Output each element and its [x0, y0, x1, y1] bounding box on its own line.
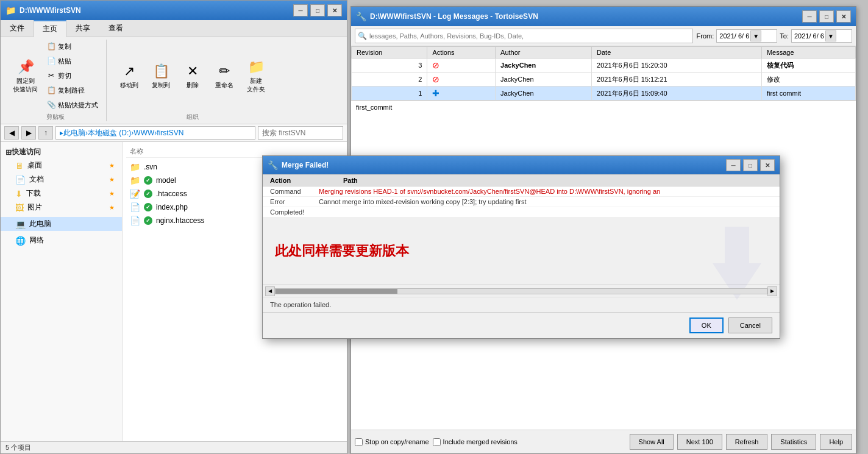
merge-failed-dialog: 🔧 Merge Failed! ─ □ ✕ Action Path Comman… — [262, 155, 780, 339]
log-title-text: D:\WWW\firstSVN - Log Messages - Tortois… — [370, 12, 538, 21]
explorer-close-button[interactable]: ✕ — [327, 4, 342, 16]
from-to-controls: From: 2021/ 6/ 6 ▼ To: 2021/ 6/ 6 ▼ — [697, 29, 852, 43]
status-text: The operation failed. — [270, 301, 331, 308]
dialog-close-button[interactable]: ✕ — [760, 159, 775, 171]
forward-button[interactable]: ▶ — [21, 126, 36, 140]
sidebar-this-pc-section: 💻 此电脑 — [1, 217, 122, 231]
path-this-pc[interactable]: 此电脑 — [63, 128, 85, 138]
log-maximize-button[interactable]: □ — [819, 10, 834, 23]
sidebar-item-documents[interactable]: 📄 文档 ★ — [1, 172, 122, 186]
search-input[interactable] — [258, 126, 343, 140]
sidebar: ⊞ 快速访问 🖥 桌面 ★ 📄 文档 ★ ⬇ 下载 ★ — [1, 142, 123, 441]
copy-button[interactable]: 📋 复制 — [43, 40, 101, 53]
up-button[interactable]: ↑ — [38, 126, 53, 140]
include-merged-checkbox-item: Include merged revisions — [433, 438, 518, 446]
copy-icon: 📋 — [46, 41, 56, 51]
path-firstsvn[interactable]: firstSVN — [157, 129, 183, 137]
rename-icon: ✏ — [215, 62, 234, 81]
tab-share[interactable]: 共享 — [66, 20, 99, 37]
address-path[interactable]: ▸ 此电脑 › 本地磁盘 (D:) › WWW › firstSVN — [55, 126, 255, 140]
to-calendar-button[interactable]: ▼ — [825, 30, 836, 41]
log-title-controls[interactable]: ─ □ ✕ — [802, 10, 851, 23]
scroll-track[interactable] — [275, 288, 767, 294]
paste-button[interactable]: 📄 粘贴 — [43, 54, 101, 68]
date-cell: 2021年6月6日 15:20:30 — [592, 59, 762, 73]
message-cell: 核复代码 — [761, 59, 855, 73]
sidebar-item-desktop[interactable]: 🖥 桌面 ★ — [1, 158, 122, 172]
pin-icon: 📌 — [16, 57, 35, 77]
sidebar-item-downloads[interactable]: ⬇ 下载 ★ — [1, 186, 122, 200]
move-to-button[interactable]: ↗ 移动到 — [114, 59, 144, 93]
stop-on-copy-checkbox-item: Stop on copy/rename — [355, 438, 429, 446]
log-minimize-button[interactable]: ─ — [802, 10, 817, 23]
cut-button[interactable]: ✂ 剪切 — [43, 69, 101, 82]
dialog-table-header: Action Path — [263, 174, 780, 186]
sidebar-item-network[interactable]: 🌐 网络 — [1, 233, 122, 247]
from-calendar-button[interactable]: ▼ — [750, 30, 761, 41]
sidebar-item-this-pc[interactable]: 💻 此电脑 — [1, 217, 122, 231]
copy-path-button[interactable]: 📋 复制路径 — [43, 83, 101, 97]
paste-shortcut-button[interactable]: 📎 粘贴快捷方式 — [43, 98, 101, 112]
pin-to-quick-access-button[interactable]: 📌 固定到快速访问 — [9, 54, 42, 97]
date-cell: 2021年6月6日 15:09:40 — [592, 87, 762, 101]
tab-file[interactable]: 文件 — [1, 20, 34, 37]
sidebar-item-pictures[interactable]: 🖼 图片 ★ — [1, 200, 122, 215]
table-row[interactable]: 1 ✚ JackyChen 2021年6月6日 15:09:40 first c… — [352, 87, 856, 101]
scroll-right-button[interactable]: ▶ — [767, 286, 777, 296]
log-close-button[interactable]: ✕ — [836, 10, 851, 23]
ribbon-clipboard-group: 📌 固定到快速访问 📋 复制 📄 粘贴 ✂ — [4, 40, 107, 121]
help-button[interactable]: Help — [820, 434, 852, 450]
statistics-button[interactable]: Statistics — [771, 434, 816, 450]
copy-to-button[interactable]: 📋 复制到 — [146, 59, 176, 93]
explorer-maximize-button[interactable]: □ — [310, 4, 325, 16]
cancel-button[interactable]: Cancel — [728, 317, 772, 333]
scroll-left-button[interactable]: ◀ — [265, 286, 275, 296]
stop-on-copy-checkbox[interactable] — [355, 438, 363, 446]
quick-access-header[interactable]: ⊞ 快速访问 — [1, 146, 122, 158]
clipboard-buttons: 📌 固定到快速访问 📋 复制 📄 粘贴 ✂ — [9, 40, 101, 112]
delete-button[interactable]: ✕ 删除 — [177, 59, 208, 93]
next-100-button[interactable]: Next 100 — [677, 434, 722, 450]
dialog-title-controls[interactable]: ─ □ ✕ — [726, 159, 775, 171]
file-icon: 📄 — [130, 202, 140, 212]
explorer-title-controls[interactable]: ─ □ ✕ — [293, 4, 342, 16]
explorer-minimize-button[interactable]: ─ — [293, 4, 308, 16]
address-bar: ◀ ▶ ↑ ▸ 此电脑 › 本地磁盘 (D:) › WWW › firstSVN — [1, 124, 347, 142]
computer-icon: 💻 — [15, 219, 26, 229]
refresh-button[interactable]: Refresh — [726, 434, 768, 450]
back-button[interactable]: ◀ — [4, 126, 19, 140]
delete-icon: ✕ — [183, 62, 202, 81]
folder-icon: ⬇ — [15, 189, 23, 199]
to-date-input[interactable]: 2021/ 6/ 6 ▼ — [791, 29, 852, 43]
merge-dialog-title-bar: 🔧 Merge Failed! ─ □ ✕ — [263, 156, 780, 174]
include-merged-checkbox[interactable] — [433, 438, 441, 446]
paste-icon: 📄 — [46, 56, 56, 66]
path-local-disk[interactable]: 本地磁盘 (D:) — [88, 128, 131, 138]
col-author: Author — [496, 47, 592, 59]
annotation-text: 此处同样需要更新版本 — [275, 243, 409, 258]
action-icon: ⊘ — [432, 60, 439, 70]
from-date-input[interactable]: 2021/ 6/ 6 ▼ — [716, 29, 777, 43]
merge-dialog-title-text: Merge Failed! — [282, 161, 329, 169]
col-actions: Actions — [427, 47, 496, 59]
action-icon: ⊘ — [432, 74, 439, 84]
dialog-row-completed: Completed! — [263, 207, 780, 218]
new-folder-button[interactable]: 📁 新建 文件夹 — [241, 54, 271, 97]
svn-status-icon: ✓ — [144, 216, 152, 225]
show-all-button[interactable]: Show All — [630, 434, 674, 450]
ok-button[interactable]: OK — [689, 317, 724, 333]
tab-home[interactable]: 主页 — [34, 20, 66, 37]
dialog-maximize-button[interactable]: □ — [743, 159, 758, 171]
rename-button[interactable]: ✏ 重命名 — [209, 59, 240, 93]
dialog-footer: OK Cancel — [263, 312, 780, 338]
merge-annotation: 此处同样需要更新版本 — [263, 218, 780, 285]
message-cell: first commit — [761, 87, 855, 101]
table-row[interactable]: 2 ⊘ JackyChen 2021年6月6日 15:12:21 修改 — [352, 73, 856, 87]
table-row[interactable]: 3 ⊘ JackyChen 2021年6月6日 15:20:30 核复代码 — [352, 59, 856, 73]
tab-view[interactable]: 查看 — [99, 20, 132, 37]
dialog-minimize-button[interactable]: ─ — [726, 159, 741, 171]
log-search-bar[interactable]: 🔍 — [355, 29, 693, 43]
log-search-input[interactable] — [369, 32, 690, 40]
path-www[interactable]: WWW — [133, 129, 154, 137]
sidebar-network-section: 🌐 网络 — [1, 233, 122, 247]
